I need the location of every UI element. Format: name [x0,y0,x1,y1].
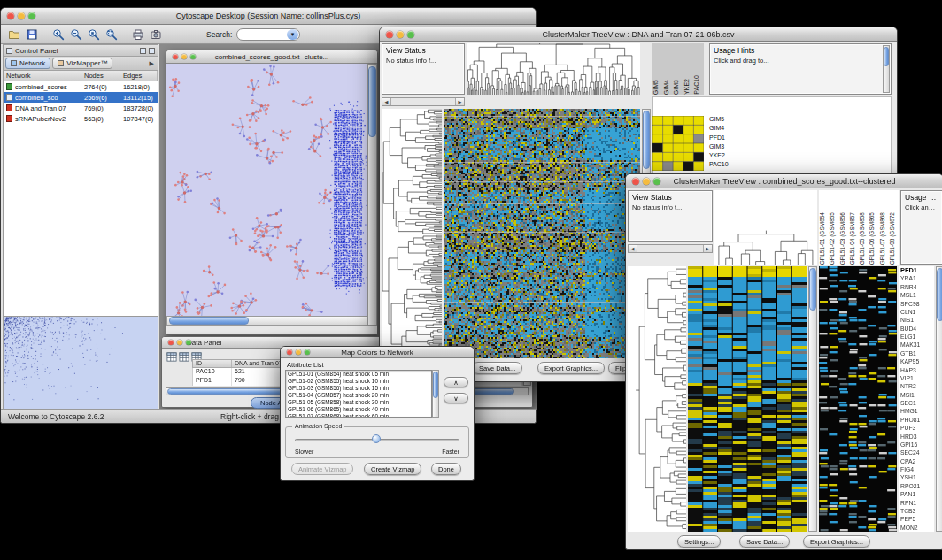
close-icon[interactable] [386,31,393,38]
done-button[interactable]: Done [431,463,461,475]
printer-icon[interactable] [130,27,145,42]
table-icon[interactable] [179,349,189,365]
zoom-row-label[interactable]: YKE2 [709,151,762,160]
scroll-left-icon[interactable]: ◀ [629,245,637,252]
hide-panel-icon[interactable] [149,48,155,54]
close-icon[interactable] [7,12,14,19]
attribute-item[interactable]: GPL51-06 (GSM865) heat shock 40 min [286,406,431,413]
export-graphics-button[interactable]: Export Graphics... [537,362,605,374]
scrollbar-thumb[interactable] [169,317,249,325]
select-attributes-icon[interactable] [166,349,177,365]
network-canvas[interactable] [166,64,367,326]
gene-label[interactable]: MSL1 [899,291,934,299]
zoom-heatmap-canvas[interactable] [819,266,897,532]
close-icon[interactable] [632,178,639,185]
gene-label[interactable]: NIS1 [899,316,934,324]
gene-label[interactable]: GTB1 [899,349,934,357]
treeview-combined-titlebar[interactable]: ClusterMaker TreeView : combined_scores_… [626,174,942,188]
dialog-titlebar[interactable]: Map Colors to Network [281,347,474,358]
scroll-right-icon[interactable]: ▶ [455,98,464,105]
zoom-in-icon[interactable] [50,27,66,42]
gene-label[interactable]: CLN1 [899,308,934,316]
gene-label[interactable]: FIG4 [899,465,934,473]
move-down-button[interactable]: ∨ [444,393,468,403]
gene-label[interactable]: MSI1 [899,391,934,399]
zoom-row-label[interactable]: PAC10 [709,160,762,169]
zoom-window-icon[interactable] [305,349,310,355]
gene-label[interactable]: PHO81 [899,416,934,424]
zoom-x-scroller[interactable]: ◀▶ [628,244,713,253]
tab-overflow-icon[interactable]: ▶ [146,60,158,67]
row-dendrogram-canvas[interactable] [382,109,442,358]
speed-slider-thumb[interactable] [372,434,381,443]
close-icon[interactable] [173,54,178,59]
gene-label[interactable]: KAP95 [899,357,934,365]
gene-label[interactable]: SPC98 [899,300,934,308]
row-dendrogram-canvas[interactable] [628,266,686,532]
heatmap-canvas[interactable] [688,266,807,532]
gene-label[interactable]: TCB3 [899,507,934,515]
snapshot-icon[interactable] [148,27,163,42]
attribute-item[interactable]: GPL51-07 (GSM868) heat shock 60 min [286,413,431,418]
gene-label[interactable]: MON2 [899,524,934,532]
network-table-row[interactable]: sRNAPuberNov2563(0)107847(0) [4,113,158,124]
scrollbar-thumb[interactable] [643,111,650,169]
zoom-window-icon[interactable] [186,340,191,345]
zoom-row-label[interactable]: GIM4 [709,124,762,133]
scroll-left-icon[interactable]: ◀ [382,98,391,105]
gene-label[interactable]: PAN1 [899,490,934,498]
zoom-selected-icon[interactable] [86,27,101,42]
float-panel-icon[interactable] [140,48,146,54]
scrollbar-thumb[interactable] [884,47,889,66]
gene-label[interactable]: RNR4 [899,283,934,291]
gene-label[interactable]: HRD3 [899,433,934,441]
minimize-icon[interactable] [643,178,650,185]
gene-label[interactable]: BUD4 [899,325,934,333]
gene-label[interactable]: PEP5 [899,515,934,523]
network-view-titlebar[interactable]: combined_scores_good.txt--cluste... [166,50,377,64]
export-graphics-button[interactable]: Export Graphics... [803,535,870,548]
minimize-icon[interactable] [18,12,25,19]
minimize-icon[interactable] [296,349,301,355]
gene-label[interactable]: VIP1 [899,374,934,382]
gene-list-scrollbar[interactable] [936,266,942,532]
close-icon[interactable] [168,340,174,345]
create-vizmap-button[interactable]: Create Vizmap [364,463,421,475]
gene-label[interactable]: YRA1 [899,274,934,282]
attribute-list-scrollbar[interactable] [432,370,439,418]
network-overview-canvas[interactable] [4,317,158,409]
attribute-item[interactable]: GPL51-03 (GSM856) heat shock 15 min [286,385,431,392]
zoom-window-icon[interactable] [653,178,660,185]
column-dendrogram-canvas[interactable] [714,190,817,265]
gene-label[interactable]: RPO21 [899,482,934,490]
save-session-icon[interactable] [24,27,39,42]
gene-label[interactable]: MAK31 [899,341,934,349]
zoom-window-icon[interactable] [190,54,196,59]
column-header-edges[interactable]: Edges [120,71,158,81]
column-header-id[interactable]: ID [193,360,232,367]
zoom-window-icon[interactable] [407,31,414,38]
attribute-item[interactable]: GPL51-04 (GSM857) heat shock 20 min [286,392,431,399]
scroll-right-icon[interactable]: ▶ [703,245,712,252]
chevron-down-icon[interactable]: ▾ [287,29,298,40]
network-horizontal-scrollbar[interactable] [166,316,367,326]
gene-label[interactable]: PFD1 [899,266,934,274]
attribute-item[interactable]: GPL51-01 (GSM854) heat shock 05 min [286,371,431,378]
save-data-button[interactable]: Save Data... [739,535,790,548]
gene-label[interactable]: GPI16 [899,441,934,449]
zoom-row-label[interactable]: PFD1 [709,134,762,142]
gene-label[interactable]: PUF3 [899,424,934,432]
scrollbar-thumb[interactable] [809,268,816,311]
gene-label[interactable]: RPN1 [899,499,934,507]
treeview-dna-titlebar[interactable]: ClusterMaker TreeView : DNA and Tran 07-… [380,27,897,42]
gene-label[interactable]: HMG1 [899,407,934,415]
gene-label[interactable]: CPA2 [899,457,934,465]
scrollbar-thumb[interactable] [368,66,376,137]
close-icon[interactable] [287,349,292,355]
attribute-item[interactable]: GPL51-05 (GSM858) heat shock 30 min [286,399,431,406]
zoom-fit-icon[interactable] [104,27,119,42]
network-table-row[interactable]: combined_scores2764(0)16218(0) [4,81,158,92]
heatmap-canvas[interactable] [444,109,640,358]
heatmap-vertical-scrollbar[interactable] [808,266,817,532]
zoom-row-label[interactable]: GIM5 [709,115,762,124]
